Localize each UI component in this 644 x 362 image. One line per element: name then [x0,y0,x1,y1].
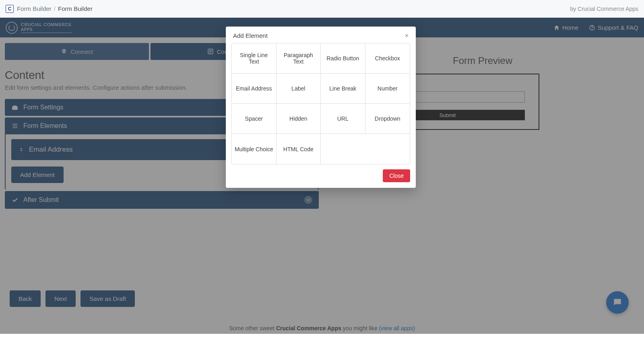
modal-close-x[interactable]: × [405,33,409,39]
modal-element-grid: Single Line Text Paragaraph Text Radio B… [231,43,410,165]
option-url[interactable]: URL [321,104,365,134]
modal-title: Add Element [233,32,268,39]
option-html-code[interactable]: HTML Code [277,134,321,164]
breadcrumb-parent[interactable]: Form Builder [17,5,52,12]
option-paragraph-text[interactable]: Paragaraph Text [277,43,321,74]
option-spacer[interactable]: Spacer [232,104,277,134]
option-label[interactable]: Label [277,74,321,104]
option-hidden[interactable]: Hidden [277,104,321,134]
option-multiple-choice[interactable]: Multiple Choice [232,134,277,164]
option-empty-1 [321,134,365,164]
option-number[interactable]: Number [365,74,410,104]
modal-header: Add Element × [226,27,416,43]
breadcrumb-separator: / [54,5,56,12]
option-empty-2 [365,134,410,164]
breadcrumb-bar: Form Builder / Form Builder by Crucial C… [0,0,644,18]
modal-close-button[interactable]: Close [383,169,410,182]
option-radio-button[interactable]: Radio Button [321,43,365,74]
modal-footer: Close [226,165,416,182]
option-line-break[interactable]: Line Break [321,74,365,104]
attribution-text: by Crucial Commerce Apps [570,6,638,12]
option-checkbox[interactable]: Checkbox [365,43,410,74]
add-element-modal: Add Element × Single Line Text Paragarap… [226,27,416,188]
option-single-line-text[interactable]: Single Line Text [232,43,277,74]
option-dropdown[interactable]: Dropdown [365,104,410,134]
app-logo-icon [6,5,14,13]
option-email-address[interactable]: Email Address [232,74,277,104]
breadcrumb-current: Form Builder [58,5,93,12]
